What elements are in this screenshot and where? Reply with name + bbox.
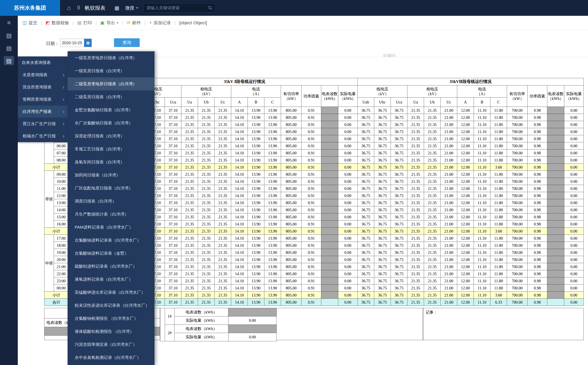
menu-item[interactable]: 胥江水厂生产日报› <box>18 118 68 130</box>
value-cell: 700.00 <box>507 299 528 306</box>
menu-item[interactable]: 水质查询报表› <box>18 69 68 81</box>
meter-unit-cell: 1# <box>165 308 174 325</box>
submenu-item[interactable]: 次氯酸钠进料记录表（金墅） <box>68 247 155 260</box>
validate-button[interactable]: ◩数据校验 <box>45 20 69 26</box>
menu-item[interactable]: 相城水厂生产日报› <box>18 130 68 142</box>
add-record-button[interactable]: +添加记录 <box>149 20 171 26</box>
home-icon[interactable]: ⌂ <box>67 5 71 11</box>
value-cell: 13.90 <box>264 242 281 249</box>
export-button[interactable]: ▣导出▾ <box>100 20 118 26</box>
search-scope-dropdown[interactable]: 微搜 ▾ <box>125 5 138 11</box>
value-cell: 14.10 <box>231 213 248 220</box>
value-cell: 21.35 <box>198 149 215 156</box>
submenu-item[interactable]: 水中余臭氧检测记录（白洋湾水厂） <box>68 351 155 364</box>
hamburger-icon[interactable]: ≡ <box>4 18 14 27</box>
value-cell: 700.00 <box>507 284 528 292</box>
value-cell: 0.00 <box>564 242 584 249</box>
report-icon[interactable]: ▤ <box>4 31 14 40</box>
value-cell: 13.90 <box>248 114 264 121</box>
search-icon[interactable] <box>208 6 213 10</box>
value-cell: 36.75 <box>374 107 391 114</box>
value-cell: 0.91 <box>301 135 321 142</box>
save-button[interactable]: ◫提交 <box>22 20 37 26</box>
submenu-item[interactable]: 二级泵房日报表（白洋湾） <box>68 91 155 103</box>
submenu-item[interactable]: 常规工艺日报表（白洋湾） <box>68 142 155 155</box>
submenu-item[interactable]: 厂区低配电度日报表（白洋湾） <box>68 182 155 195</box>
submenu-item[interactable]: 调度日报表（白洋湾） <box>68 195 155 208</box>
value-cell: 21.00 <box>441 277 457 284</box>
submenu-item[interactable]: 臭氧车间日报表（白洋湾） <box>68 155 155 168</box>
section-title: 35kV Ⅰ段母线运行情况 <box>132 78 358 85</box>
submenu-item[interactable]: 加药间日报表（白洋湾） <box>68 168 155 182</box>
print-icon: ▤ <box>77 21 82 25</box>
submenu-item[interactable]: 一级泵房日报表（白洋湾） <box>68 64 155 77</box>
calendar-button[interactable]: ▦ <box>84 39 92 47</box>
apps-grid-icon[interactable]: ⠿ <box>77 5 80 10</box>
value-cell: 36.75 <box>391 185 407 192</box>
submenu-item[interactable]: 一级泵房变电所日报表（白洋湾） <box>68 51 155 64</box>
value-cell: 21.35 <box>424 263 441 270</box>
submenu-item[interactable]: 深度处理日报表（白洋湾） <box>68 129 155 142</box>
dashboard-icon[interactable]: ▦ <box>115 5 119 10</box>
value-cell: 0.00 <box>564 270 584 277</box>
submenu-item[interactable]: PAM进料记录表（白洋湾水厂） <box>68 221 155 234</box>
report-icon[interactable]: ▤ <box>4 43 14 53</box>
submenu-item[interactable]: 次氯酸钠检测报告 （白洋湾水厂） <box>68 312 155 325</box>
value-cell: 12.00 <box>457 135 474 142</box>
submenu-item[interactable]: 次氯酸钠进料记录表（白洋湾水厂） <box>68 234 155 247</box>
submenu-item[interactable]: 液体硫酸铝检测报告 （白洋湾） <box>68 325 155 338</box>
value-cell: 12.00 <box>457 220 474 228</box>
value-cell: 11.80 <box>490 284 507 292</box>
menu-item[interactable]: 自来水查询报表 <box>18 56 68 69</box>
print-button[interactable]: ▤打印 <box>77 20 92 26</box>
meter-row: 实际电量（kWh）0.00 <box>160 333 277 341</box>
menu-item[interactable]: 白洋湾生产报表› <box>18 105 68 118</box>
submenu-item[interactable]: 二级泵房变电所日报表（白洋湾） <box>68 77 155 91</box>
value-cell: 36.75 <box>374 171 391 178</box>
menu-item-label: 自来水查询报表 <box>22 60 51 65</box>
value-cell: 700.00 <box>507 149 528 156</box>
submenu-item[interactable]: 硫酸铝进料记录表（白洋湾水厂） <box>68 260 155 273</box>
value-cell: 11.10 <box>474 171 490 178</box>
date-input[interactable] <box>60 39 84 47</box>
query-button[interactable]: 查询 <box>114 38 140 47</box>
submenu-item[interactable]: 液氧进料记录表（白洋湾水厂） <box>68 273 155 286</box>
value-cell: 36.75 <box>358 114 374 121</box>
submenu-item[interactable]: 高锰酸钾进出库记录表（白洋湾水厂） <box>68 286 155 299</box>
value-cell: 13.90 <box>264 142 281 149</box>
menu-item[interactable]: 管网所查询报表› <box>18 93 68 105</box>
value-cell: 12.00 <box>457 242 474 249</box>
value-cell: 36.75 <box>391 292 407 299</box>
submenu-item[interactable]: 金墅次氯酸钠日报表（白洋湾） <box>68 103 155 116</box>
section-title: 35kVⅡ段母线运行情况 <box>358 78 584 85</box>
value-cell: 0.00 <box>338 185 358 192</box>
submenu-item[interactable]: 水厂次氯酸钠日报表（白洋湾） <box>68 116 155 129</box>
submenu-item[interactable]: 粉末活性炭进出库记录表（白洋湾水厂） <box>68 299 155 312</box>
meter-reading-cell <box>547 199 564 206</box>
value-cell: 21.35 <box>424 185 441 192</box>
submenu-item[interactable]: 月生产数据统计表（白洋湾） <box>68 208 155 221</box>
value-cell: 0.98 <box>528 185 547 192</box>
value-cell: 13.90 <box>248 249 264 256</box>
report-icon[interactable]: ▤ <box>4 56 14 65</box>
collapse-parameter-pane-button[interactable]: ∧ <box>383 54 395 57</box>
value-cell: 36.75 <box>391 135 407 142</box>
meter-reading-cell <box>321 128 338 135</box>
value-cell: 36.75 <box>374 242 391 249</box>
left-rail: ≡▤▤▤ <box>0 16 18 365</box>
value-cell: 0.91 <box>301 185 321 192</box>
value-cell: 21.35 <box>424 228 441 235</box>
value-cell: 0.98 <box>528 149 547 156</box>
value-cell: 21.00 <box>441 235 457 242</box>
value-cell: 0.91 <box>301 114 321 121</box>
value-cell: 11.80 <box>490 263 507 270</box>
search-input[interactable] <box>146 5 208 10</box>
value-cell: 21.00 <box>441 114 457 121</box>
value-cell: 36.75 <box>358 249 374 256</box>
value-cell: 21.00 <box>441 242 457 249</box>
submenu-item[interactable]: 污泥含固率测定表（白洋湾水厂） <box>68 338 155 351</box>
mail-button[interactable]: ✉邮件 <box>127 20 141 26</box>
value-cell: 0.00 <box>338 256 358 263</box>
menu-item[interactable]: 营业所查询报表› <box>18 81 68 93</box>
toolbar-separator: | <box>41 20 42 25</box>
